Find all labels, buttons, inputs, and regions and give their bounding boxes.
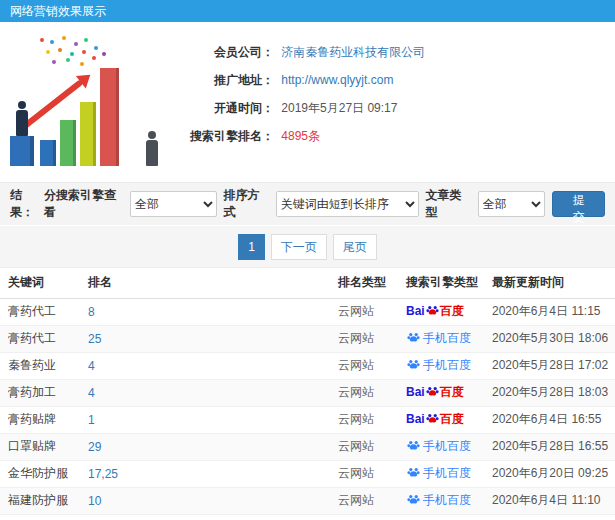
header-rank: 排名 bbox=[80, 268, 330, 298]
paw-icon bbox=[426, 412, 439, 425]
table-header-row: 关键词 排名 排名类型 搜索引擎类型 最新更新时间 bbox=[0, 268, 615, 298]
article-type-select[interactable]: 全部 bbox=[478, 191, 546, 217]
rank-count-label: 搜索引擎排名： bbox=[172, 122, 274, 150]
rank-type-cell: 云网站 bbox=[330, 406, 398, 433]
businessman-figure-left bbox=[16, 110, 28, 136]
table-row: 手机百度 bbox=[0, 514, 615, 520]
keyword-cell: 膏药代工 bbox=[0, 325, 80, 352]
rank-type-cell: 云网站 bbox=[330, 379, 398, 406]
paw-icon bbox=[426, 304, 439, 317]
bar-chart-green bbox=[60, 120, 76, 166]
engine-select[interactable]: 全部 bbox=[130, 191, 217, 217]
keyword-cell: 金华防护服 bbox=[0, 460, 80, 487]
engine-cell: 手机百度 bbox=[398, 487, 484, 514]
next-page-button[interactable]: 下一页 bbox=[271, 234, 327, 260]
table-row: 膏药代工 25 云网站 手机百度 2020年5月30日 18:06 bbox=[0, 325, 615, 352]
rank-link[interactable]: 1 bbox=[88, 413, 95, 427]
page-title: 网络营销效果展示 bbox=[10, 4, 106, 18]
mobile-baidu-logo: 手机百度 bbox=[406, 331, 471, 345]
article-type-label: 文章类型 bbox=[426, 187, 471, 221]
results-table: 关键词 排名 排名类型 搜索引擎类型 最新更新时间 膏药代工 8 云网站 Bai… bbox=[0, 268, 615, 520]
url-label: 推广地址： bbox=[172, 66, 274, 94]
bar-chart-yellow bbox=[80, 102, 96, 166]
header-keyword: 关键词 bbox=[0, 268, 80, 298]
keyword-cell: 膏药代工 bbox=[0, 298, 80, 325]
engine-cell: 手机百度 bbox=[398, 325, 484, 352]
rank-type-cell: 云网站 bbox=[330, 325, 398, 352]
rank-type-cell: 云网站 bbox=[330, 352, 398, 379]
chart-clipart bbox=[6, 30, 171, 178]
results-section-label: 结果： bbox=[10, 187, 44, 221]
mobile-baidu-logo: 手机百度 bbox=[406, 493, 471, 507]
engine-cell: 手机百度 bbox=[398, 352, 484, 379]
rank-link[interactable]: 4 bbox=[88, 359, 95, 373]
rank-type-cell: 云网站 bbox=[330, 460, 398, 487]
submit-button[interactable]: 提交 bbox=[552, 191, 605, 217]
paw-icon bbox=[426, 385, 439, 398]
updated-cell: 2020年5月30日 18:06 bbox=[484, 325, 615, 352]
filter-controls: 分搜索引擎查看 全部 排序方式 关键词由短到长排序 文章类型 全部 提交 bbox=[44, 187, 605, 221]
rank-count-row: 搜索引擎排名： 4895条 bbox=[172, 122, 425, 150]
rank-link[interactable]: 4 bbox=[88, 386, 95, 400]
mobile-baidu-logo: 手机百度 bbox=[406, 439, 471, 453]
header-updated: 最新更新时间 bbox=[484, 268, 615, 298]
rank-link[interactable]: 17,25 bbox=[88, 467, 118, 481]
keyword-cell: 口罩贴牌 bbox=[0, 433, 80, 460]
member-info-list: 会员公司： 济南秦鲁药业科技有限公司 推广地址： http://www.qlyy… bbox=[172, 38, 425, 150]
promo-url-link[interactable]: http://www.qlyyjt.com bbox=[281, 73, 393, 87]
table-row: 秦鲁药业 4 云网站 手机百度 2020年5月28日 17:02 bbox=[0, 352, 615, 379]
updated-cell: 2020年6月4日 11:15 bbox=[484, 298, 615, 325]
keyword-cell: 秦鲁药业 bbox=[0, 352, 80, 379]
rank-type-cell: 云网站 bbox=[330, 487, 398, 514]
paw-icon bbox=[407, 466, 420, 479]
rank-link[interactable]: 10 bbox=[88, 494, 101, 508]
member-info-section: 会员公司： 济南秦鲁药业科技有限公司 推广地址： http://www.qlyy… bbox=[0, 22, 615, 182]
rank-type-cell: 云网站 bbox=[330, 433, 398, 460]
header-rank-type: 排名类型 bbox=[330, 268, 398, 298]
mobile-baidu-logo: 手机百度 bbox=[406, 358, 471, 372]
table-row: 口罩贴牌 29 云网站 手机百度 2020年5月28日 16:55 bbox=[0, 433, 615, 460]
blue-cube bbox=[10, 136, 34, 166]
paw-icon bbox=[407, 439, 420, 452]
updated-cell: 2020年5月28日 18:03 bbox=[484, 379, 615, 406]
last-page-button[interactable]: 尾页 bbox=[333, 234, 377, 260]
rank-link[interactable]: 8 bbox=[88, 305, 95, 319]
rank-type-cell bbox=[330, 514, 398, 520]
table-row: 膏药代工 8 云网站 Bai百度 2020年6月4日 11:15 bbox=[0, 298, 615, 325]
baidu-logo: Bai百度 bbox=[406, 412, 464, 426]
sort-select[interactable]: 关键词由短到长排序 bbox=[276, 191, 419, 217]
engine-cell: Bai百度 bbox=[398, 406, 484, 433]
confetti-decoration bbox=[40, 38, 44, 42]
baidu-logo: Bai百度 bbox=[406, 304, 464, 318]
updated-cell: 2020年6月4日 16:55 bbox=[484, 406, 615, 433]
bar-chart-blue bbox=[40, 140, 56, 166]
keyword-cell: 福建防护服 bbox=[0, 487, 80, 514]
sort-filter-label: 排序方式 bbox=[224, 187, 269, 221]
engine-filter-label: 分搜索引擎查看 bbox=[44, 187, 123, 221]
company-row: 会员公司： 济南秦鲁药业科技有限公司 bbox=[172, 38, 425, 66]
updated-cell: 2020年6月20日 09:25 bbox=[484, 460, 615, 487]
rank-link[interactable]: 25 bbox=[88, 332, 101, 346]
baidu-logo: Bai百度 bbox=[406, 385, 464, 399]
opened-time: 2019年5月27日 09:17 bbox=[281, 101, 397, 115]
rank-link[interactable]: 29 bbox=[88, 440, 101, 454]
engine-cell: 手机百度 bbox=[398, 433, 484, 460]
updated-cell: 2020年5月28日 17:02 bbox=[484, 352, 615, 379]
engine-cell: Bai百度 bbox=[398, 298, 484, 325]
opened-row: 开通时间： 2019年5月27日 09:17 bbox=[172, 94, 425, 122]
window-titlebar: 网络营销效果展示 bbox=[0, 0, 615, 22]
opened-label: 开通时间： bbox=[172, 94, 274, 122]
paw-icon bbox=[407, 358, 420, 371]
mobile-baidu-logo: 手机百度 bbox=[406, 466, 471, 480]
engine-cell: Bai百度 bbox=[398, 379, 484, 406]
url-row: 推广地址： http://www.qlyyjt.com bbox=[172, 66, 425, 94]
pagination: 1 下一页 尾页 bbox=[0, 226, 615, 268]
company-label: 会员公司： bbox=[172, 38, 274, 66]
keyword-cell: 膏药贴牌 bbox=[0, 406, 80, 433]
results-table-body: 膏药代工 8 云网站 Bai百度 2020年6月4日 11:15 膏药代工 25… bbox=[0, 298, 615, 520]
page-1-button[interactable]: 1 bbox=[238, 234, 265, 260]
filter-bar: 结果： 分搜索引擎查看 全部 排序方式 关键词由短到长排序 文章类型 全部 提交 bbox=[0, 182, 615, 226]
company-link[interactable]: 济南秦鲁药业科技有限公司 bbox=[281, 45, 425, 59]
table-row: 金华防护服 17,25 云网站 手机百度 2020年6月20日 09:25 bbox=[0, 460, 615, 487]
paw-icon bbox=[407, 493, 420, 506]
